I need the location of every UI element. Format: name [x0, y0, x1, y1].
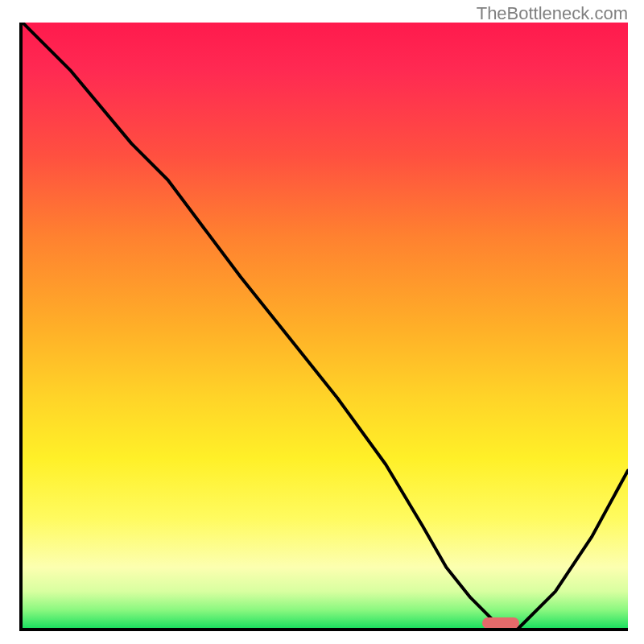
chart-curve-svg — [23, 23, 628, 628]
chart-plot-area — [19, 23, 628, 631]
chart-curve-line — [23, 23, 628, 628]
chart-marker-pill — [482, 617, 519, 629]
watermark-text: TheBottleneck.com — [477, 3, 628, 24]
